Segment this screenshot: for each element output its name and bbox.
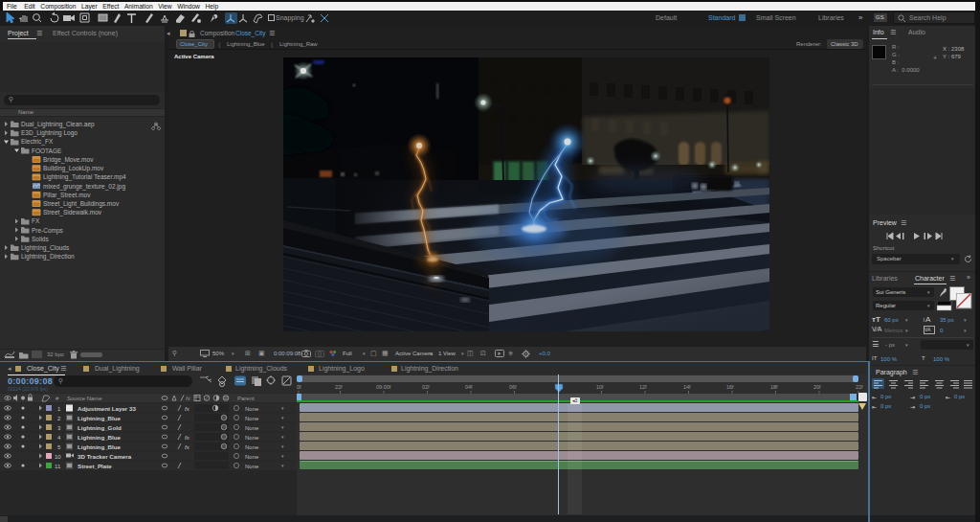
svg-text:22f: 22f bbox=[335, 384, 343, 390]
svg-text:22f: 22f bbox=[856, 384, 863, 390]
svg-text:Source Name: Source Name bbox=[67, 396, 102, 401]
svg-text:Lightning_Direction: Lightning_Direction bbox=[21, 253, 75, 261]
svg-text:Adjustment Layer 33: Adjustment Layer 33 bbox=[78, 405, 136, 412]
svg-text:3D Tracker Camera: 3D Tracker Camera bbox=[78, 453, 132, 460]
svg-text:Lightning_Tutorial Teaser.mp4: Lightning_Tutorial Teaser.mp4 bbox=[43, 173, 126, 181]
svg-text:None: None bbox=[245, 416, 259, 421]
svg-text:14f: 14f bbox=[683, 384, 691, 390]
svg-text:10: 10 bbox=[55, 454, 61, 460]
svg-text:10f: 10f bbox=[596, 384, 604, 390]
svg-text:04f: 04f bbox=[465, 384, 473, 390]
svg-text:18f: 18f bbox=[770, 384, 778, 390]
svg-text:mixed_grunge_texture_02.jpg: mixed_grunge_texture_02.jpg bbox=[43, 183, 125, 191]
svg-text:16f: 16f bbox=[726, 384, 734, 390]
svg-text:Parent: Parent bbox=[237, 396, 255, 401]
svg-text:None: None bbox=[245, 406, 259, 412]
svg-text:06f: 06f bbox=[509, 384, 517, 390]
svg-text:11: 11 bbox=[55, 464, 61, 469]
svg-text:Street_Plate: Street_Plate bbox=[78, 463, 112, 469]
svg-text:02f: 02f bbox=[422, 384, 430, 390]
svg-text:E3D_Lightning Logo: E3D_Lightning Logo bbox=[21, 129, 78, 137]
svg-text:Lightning_Gold: Lightning_Gold bbox=[78, 424, 122, 431]
svg-text:None: None bbox=[245, 464, 259, 469]
svg-text:None: None bbox=[245, 444, 259, 450]
svg-text:Pillar_Street.mov: Pillar_Street.mov bbox=[43, 192, 91, 199]
svg-text:FOOTAGE: FOOTAGE bbox=[32, 148, 62, 154]
svg-text:09:00f: 09:00f bbox=[376, 384, 391, 390]
svg-text:Lightning_Blue: Lightning_Blue bbox=[78, 443, 122, 450]
svg-text:None: None bbox=[245, 435, 259, 441]
svg-text:Electric_FX: Electric_FX bbox=[21, 138, 54, 146]
svg-text:Lightning_Blue: Lightning_Blue bbox=[78, 415, 122, 421]
svg-text:Bridge_Move.mov: Bridge_Move.mov bbox=[43, 156, 94, 164]
svg-text:Lightning_Blue: Lightning_Blue bbox=[78, 434, 122, 441]
svg-text:Street_Sidewalk.mov: Street_Sidewalk.mov bbox=[43, 209, 102, 216]
svg-text:12f: 12f bbox=[639, 384, 647, 390]
svg-text:Lightning_Clouds: Lightning_Clouds bbox=[21, 244, 70, 252]
svg-text:None: None bbox=[245, 425, 259, 431]
svg-text:fx: fx bbox=[186, 396, 191, 401]
svg-text:Dual_Lightning_Clean.aep: Dual_Lightning_Clean.aep bbox=[21, 121, 95, 128]
svg-text:Street_Light_Buildings.mov: Street_Light_Buildings.mov bbox=[43, 200, 120, 208]
svg-text:Solids: Solids bbox=[32, 236, 49, 242]
svg-text:None: None bbox=[245, 454, 259, 460]
svg-text:FX: FX bbox=[32, 217, 40, 224]
svg-text:Pre-Comps: Pre-Comps bbox=[32, 227, 64, 235]
svg-text:0f: 0f bbox=[297, 384, 301, 390]
svg-text:#: # bbox=[56, 396, 59, 401]
svg-text:Building_LookUp.mov: Building_LookUp.mov bbox=[43, 165, 104, 172]
svg-text:20f: 20f bbox=[813, 384, 821, 390]
